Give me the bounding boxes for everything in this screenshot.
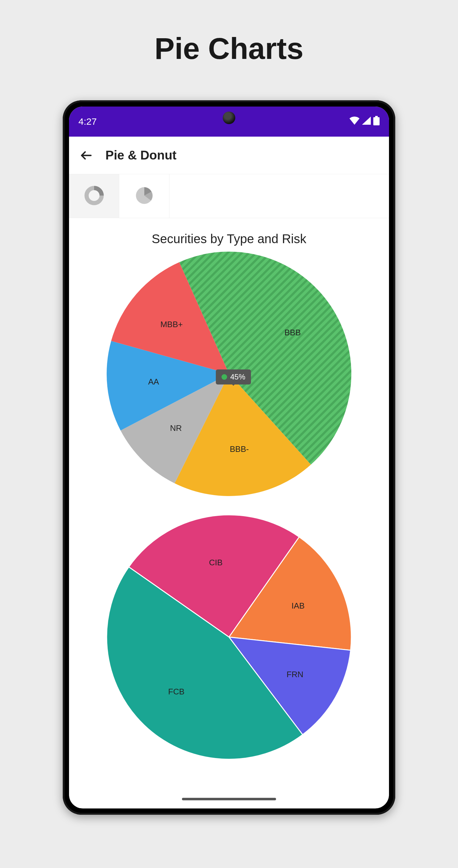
svg-rect-1 [373, 117, 379, 125]
tab-donut[interactable] [69, 174, 119, 218]
signal-icon [362, 116, 371, 127]
slice-label-BBB-: BBB- [230, 444, 249, 454]
slice-label-BBB: BBB [285, 328, 301, 338]
pie-icon [134, 186, 154, 207]
chart-area: Securities by Type and Risk 45% BBBBBB-N… [69, 218, 389, 808]
home-indicator[interactable] [182, 798, 276, 800]
screen: 4:27 Pie & Donut [69, 106, 389, 808]
slice-label-NR: NR [170, 423, 182, 433]
clock: 4:27 [79, 116, 96, 127]
tab-bar [69, 174, 389, 218]
svg-rect-0 [375, 116, 378, 117]
slice-label-FRN: FRN [287, 670, 303, 679]
battery-icon [373, 116, 379, 127]
pie-chart-risk[interactable]: 45% BBBBBB-NRAAMBB+ [107, 252, 351, 496]
back-button[interactable] [79, 148, 94, 163]
donut-icon [84, 186, 104, 207]
page-title: Pie Charts [0, 0, 458, 66]
wifi-icon [349, 116, 360, 127]
slice-label-IAB: IAB [291, 601, 305, 611]
slice-label-FCB: FCB [168, 687, 184, 696]
chart-title: Securities by Type and Risk [152, 232, 307, 246]
slice-label-MBB+: MBB+ [160, 320, 183, 329]
pie-chart-type[interactable]: CIBIABFRNFCB [107, 515, 351, 759]
slice-label-CIB: CIB [209, 557, 222, 567]
tab-pie[interactable] [119, 174, 169, 218]
slice-label-AA: AA [148, 377, 159, 387]
tooltip-label: 45% [230, 373, 245, 381]
device-frame: 4:27 Pie & Donut [63, 100, 395, 815]
front-camera [223, 112, 235, 124]
tooltip-color-dot [222, 374, 227, 380]
app-bar: Pie & Donut [69, 136, 389, 174]
app-title: Pie & Donut [106, 148, 177, 162]
tooltip: 45% [216, 369, 251, 384]
